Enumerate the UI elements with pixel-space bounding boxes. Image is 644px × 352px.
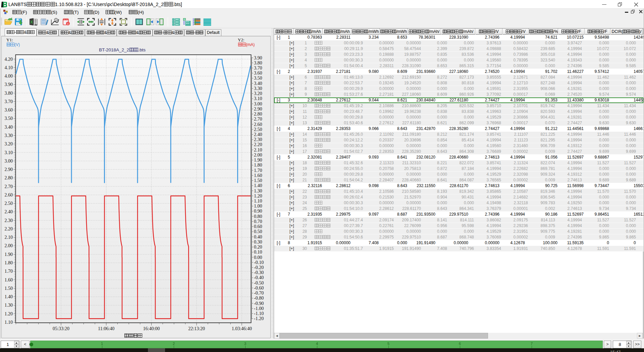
svg-text:3.50: 3.50: [5, 116, 13, 121]
svg-text:2.70: 2.70: [5, 184, 13, 189]
svg-text:2.00: 2.00: [5, 243, 13, 248]
svg-text:3.70: 3.70: [5, 99, 13, 104]
svg-text:-0.90: -0.90: [254, 301, 264, 306]
svg-text:2.10: 2.10: [254, 147, 262, 152]
svg-text:2.50: 2.50: [254, 127, 262, 132]
svg-text:1.10: 1.10: [5, 320, 13, 325]
svg-text:1.20: 1.20: [5, 311, 13, 316]
svg-text:-0.30: -0.30: [254, 270, 264, 275]
svg-text:1.80: 1.80: [254, 163, 262, 168]
svg-text:1.30: 1.30: [5, 303, 13, 308]
svg-text:0.30: 0.30: [254, 239, 262, 245]
svg-text:2.10: 2.10: [5, 235, 13, 240]
svg-text:2.80: 2.80: [254, 112, 262, 117]
svg-text:2.70: 2.70: [254, 117, 262, 122]
svg-text:1.50: 1.50: [254, 178, 262, 183]
svg-text:4.20: 4.20: [5, 57, 13, 62]
svg-text:2.90: 2.90: [5, 167, 13, 172]
svg-text:2.20: 2.20: [5, 226, 13, 231]
svg-text:-0.50: -0.50: [254, 280, 264, 285]
svg-text:3.90: 3.90: [254, 55, 262, 60]
svg-text:3.00: 3.00: [254, 101, 262, 106]
svg-text:-1.20: -1.20: [254, 316, 264, 321]
svg-text:1.30: 1.30: [254, 188, 262, 193]
svg-text:3.00: 3.00: [5, 159, 13, 164]
svg-text:3.70: 3.70: [254, 65, 262, 71]
svg-text:1.00: 1.00: [254, 204, 262, 209]
svg-text:2.60: 2.60: [5, 192, 13, 197]
svg-text:4.10: 4.10: [5, 65, 13, 70]
svg-text:1.70: 1.70: [254, 168, 262, 173]
svg-text:2.20: 2.20: [254, 142, 262, 147]
svg-text:-0.10: -0.10: [254, 260, 264, 265]
svg-text:0.10: 0.10: [254, 250, 262, 255]
svg-text:3.50: 3.50: [254, 76, 262, 81]
svg-text:0.20: 0.20: [254, 245, 262, 250]
svg-text:2.60: 2.60: [254, 122, 262, 127]
svg-text:2.90: 2.90: [254, 106, 262, 112]
svg-text:1.40: 1.40: [254, 183, 262, 188]
svg-text:0.40: 0.40: [254, 234, 262, 239]
svg-text:-1.10: -1.10: [254, 311, 264, 316]
svg-text:2.30: 2.30: [5, 218, 13, 223]
svg-text:0.80: 0.80: [254, 214, 262, 219]
svg-text:-0.60: -0.60: [254, 285, 264, 291]
svg-text:1.90: 1.90: [254, 158, 262, 163]
svg-text:-0.70: -0.70: [254, 291, 264, 296]
svg-text:1.70: 1.70: [5, 269, 13, 274]
svg-text:1.60: 1.60: [5, 277, 13, 282]
svg-text:2.40: 2.40: [254, 132, 262, 137]
svg-text:1.90: 1.90: [5, 252, 13, 257]
svg-text:11:06:40: 11:06:40: [98, 326, 114, 331]
svg-text:-0.20: -0.20: [254, 265, 264, 270]
svg-text:3.20: 3.20: [5, 141, 13, 146]
svg-text:1.60: 1.60: [254, 173, 262, 178]
svg-text:2.30: 2.30: [254, 137, 262, 142]
svg-text:3.30: 3.30: [5, 133, 13, 138]
svg-text:3.40: 3.40: [254, 81, 262, 86]
svg-text:1.10: 1.10: [254, 199, 262, 204]
svg-text:1.50: 1.50: [5, 286, 13, 291]
svg-text:3.10: 3.10: [5, 150, 13, 155]
svg-text:2.40: 2.40: [5, 209, 13, 214]
svg-text:3.80: 3.80: [254, 60, 262, 65]
svg-text:-0.80: -0.80: [254, 296, 264, 301]
svg-text:0.90: 0.90: [254, 209, 262, 214]
svg-text:1.03:46:40: 1.03:46:40: [232, 326, 252, 331]
svg-text:3.90: 3.90: [5, 82, 13, 87]
svg-text:-1.00: -1.00: [254, 306, 264, 311]
svg-text:0.70: 0.70: [254, 219, 262, 224]
svg-text:0.60: 0.60: [254, 224, 262, 229]
svg-text:2.80: 2.80: [5, 175, 13, 180]
svg-text:3.80: 3.80: [5, 91, 13, 96]
svg-text:3.30: 3.30: [254, 86, 262, 91]
svg-text:0.50: 0.50: [254, 229, 262, 234]
svg-text:3.60: 3.60: [5, 107, 13, 113]
svg-text:2.50: 2.50: [5, 201, 13, 206]
svg-text:1.40: 1.40: [5, 294, 13, 299]
svg-text:0.00: 0.00: [254, 255, 262, 260]
svg-text:-0.40: -0.40: [254, 275, 264, 280]
svg-text:2.00: 2.00: [254, 152, 262, 158]
svg-text:1.80: 1.80: [5, 260, 13, 265]
svg-text:3.10: 3.10: [254, 96, 262, 101]
svg-text:1.20: 1.20: [254, 193, 262, 199]
svg-text:16:40:00: 16:40:00: [143, 326, 160, 331]
svg-text:4.00: 4.00: [5, 74, 13, 79]
svg-text:22:13:20: 22:13:20: [188, 326, 205, 331]
svg-text:3.60: 3.60: [254, 71, 262, 76]
svg-text:05:33:20: 05:33:20: [53, 326, 69, 331]
svg-text:3.40: 3.40: [5, 125, 13, 130]
svg-text:3.20: 3.20: [254, 91, 262, 96]
